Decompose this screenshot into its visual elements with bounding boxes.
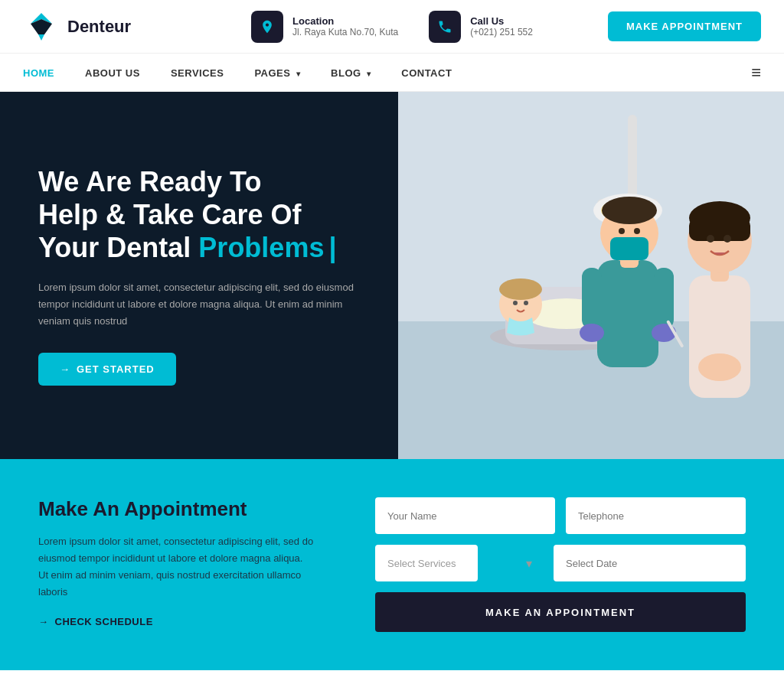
hamburger-icon[interactable]: ≡ [751,63,761,83]
svg-rect-20 [597,260,658,367]
nav-item-home[interactable]: HOME [23,66,54,80]
nav-link-pages[interactable]: PAGES ▾ [254,67,300,79]
header-cta: MAKE APPOINTMENT [577,11,761,41]
svg-point-24 [619,228,625,234]
nav-item-blog[interactable]: BLOG ▾ [331,66,371,80]
services-select-wrapper: Select Services General Dentistry Orthod… [375,545,543,581]
check-schedule-label: CHECK SCHEDULE [55,616,153,627]
date-input[interactable] [554,545,746,581]
location-value: Jl. Raya Kuta No.70, Kuta [292,27,398,37]
appointment-section: Make An Appointment Lorem ipsum dolor si… [0,459,784,670]
services-select[interactable]: Select Services General Dentistry Orthod… [375,545,478,581]
form-row-1 [375,497,746,534]
logo-area: Denteur [23,8,207,45]
make-appointment-button[interactable]: MAKE APPOINTMENT [608,11,761,41]
dental-scene-svg [398,92,784,459]
appointment-title: Make An Appointment [38,497,314,521]
call-info: Call Us (+021) 251 552 [470,15,533,37]
location-label: Location [292,15,398,27]
hero-description: Lorem ipsum dolor sit amet, consectetur … [38,279,360,330]
hero-title: We Are Ready To Help & Take Care Of Your… [38,165,360,265]
header: Denteur Location Jl. Raya Kuta No.70, Ku… [0,0,784,54]
svg-point-17 [499,278,542,300]
call-value: (+021) 251 552 [470,27,533,37]
hero-highlight: Problems [198,232,324,263]
blog-arrow: ▾ [367,70,371,78]
hero-left: We Are Ready To Help & Take Care Of Your… [0,92,398,459]
svg-rect-7 [628,115,637,207]
nav-link-home[interactable]: HOME [23,67,54,79]
svg-point-39 [698,353,741,381]
svg-rect-36 [689,218,750,241]
location-icon-box [251,11,283,43]
appointment-form: Select Services General Dentistry Orthod… [375,497,746,632]
svg-point-38 [724,235,731,243]
svg-rect-28 [654,268,674,329]
nav-link-contact[interactable]: CONTACT [401,67,452,79]
check-schedule-link[interactable]: → CHECK SCHEDULE [38,616,314,627]
svg-point-37 [707,235,714,243]
nav-link-about[interactable]: ABOUT US [85,67,140,79]
navbar: HOME ABOUT US SERVICES PAGES ▾ BLOG ▾ CO… [0,54,784,92]
header-info: Location Jl. Raya Kuta No.70, Kuta Call … [207,11,577,43]
form-row-submit: MAKE AN APPOINTMENT [375,592,746,632]
call-block: Call Us (+021) 251 552 [429,11,533,43]
get-started-button[interactable]: → GET STARTED [38,353,176,386]
nav-links: HOME ABOUT US SERVICES PAGES ▾ BLOG ▾ CO… [23,66,751,80]
nav-item-contact[interactable]: CONTACT [401,66,452,80]
hero-section: We Are Ready To Help & Take Care Of Your… [0,92,784,459]
logo-icon [23,8,60,45]
hero-title-line2: Help & Take Care Of [38,199,301,230]
location-block: Location Jl. Raya Kuta No.70, Kuta [251,11,398,43]
hero-title-line3: Your Dental [38,232,198,263]
name-input[interactable] [375,497,555,534]
location-icon [260,19,275,34]
call-icon-box [429,11,461,43]
logo-text: Denteur [67,17,131,37]
appointment-left: Make An Appointment Lorem ipsum dolor si… [38,497,314,627]
form-row-2: Select Services General Dentistry Orthod… [375,545,746,581]
svg-point-19 [524,301,528,305]
nav-link-blog[interactable]: BLOG ▾ [331,67,371,79]
appointment-description: Lorem ipsum dolor sit amet, consectetur … [38,533,314,601]
svg-rect-27 [582,268,602,329]
get-started-label: GET STARTED [77,363,155,375]
svg-point-23 [602,197,657,224]
pages-arrow: ▾ [296,70,301,78]
location-info: Location Jl. Raya Kuta No.70, Kuta [292,15,398,37]
phone-icon [437,19,452,34]
svg-rect-26 [610,237,648,260]
call-label: Call Us [470,15,533,27]
svg-point-18 [513,301,518,305]
arrow-icon: → [38,616,49,627]
svg-point-25 [634,228,640,234]
hero-title-line1: We Are Ready To [38,166,261,197]
nav-link-services[interactable]: SERVICES [171,67,224,79]
nav-item-pages[interactable]: PAGES ▾ [254,66,300,80]
telephone-input[interactable] [566,497,746,534]
submit-appointment-button[interactable]: MAKE AN APPOINTMENT [375,592,746,632]
arrow-right-icon: → [60,363,70,375]
svg-point-29 [580,324,604,342]
nav-item-about[interactable]: ABOUT US [85,66,140,80]
hero-image [398,92,784,459]
nav-item-services[interactable]: SERVICES [171,66,224,80]
